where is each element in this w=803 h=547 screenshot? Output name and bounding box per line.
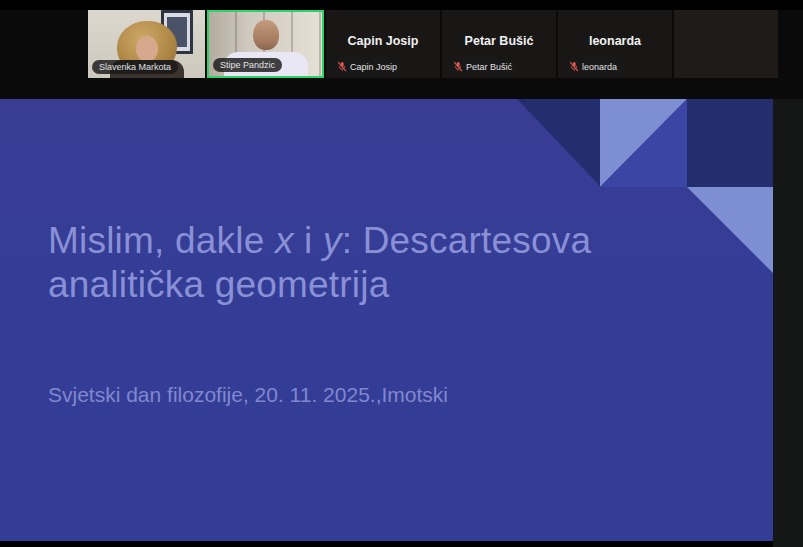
variable-y: y bbox=[323, 220, 342, 261]
participant-tile-leonarda[interactable]: leonarda leonarda bbox=[558, 10, 672, 78]
participant-tile-partial[interactable] bbox=[674, 10, 778, 78]
participant-tile-capin[interactable]: Capin Josip Capin Josip bbox=[326, 10, 440, 78]
participant-tile-petar[interactable]: Petar Bušić Petar Bušić bbox=[442, 10, 556, 78]
participant-name: leonarda bbox=[582, 62, 617, 72]
muted-mic-icon bbox=[569, 61, 579, 72]
nameplate: Capin Josip bbox=[330, 59, 404, 74]
slide-subtitle: Svjetski dan filozofije, 20. 11. 2025.,I… bbox=[48, 382, 448, 408]
participant-name-large: Capin Josip bbox=[326, 34, 440, 48]
participant-tile-slavenka[interactable]: Slavenka Markota bbox=[88, 10, 205, 78]
right-gutter bbox=[773, 99, 803, 547]
person-face bbox=[136, 36, 158, 62]
variable-x: x bbox=[275, 220, 294, 261]
muted-mic-icon bbox=[453, 61, 463, 72]
muted-mic-icon bbox=[337, 61, 347, 72]
shared-screen-slide: Mislim, dakle x i y: Descartesova analit… bbox=[0, 99, 773, 541]
slide-title: Mislim, dakle x i y: Descartesova analit… bbox=[48, 219, 708, 307]
nameplate: Slavenka Markota bbox=[92, 60, 178, 74]
window-top-edge bbox=[0, 0, 803, 10]
nameplate: Petar Bušić bbox=[446, 59, 519, 74]
participant-name: Stipe Pandzic bbox=[220, 60, 275, 70]
person-face bbox=[253, 20, 279, 50]
participant-name: Petar Bušić bbox=[466, 62, 512, 72]
nameplate: leonarda bbox=[562, 59, 624, 74]
conference-window: Slavenka Markota Stipe Pandzic Capin Jos… bbox=[0, 0, 803, 547]
participant-name: Capin Josip bbox=[350, 62, 397, 72]
participant-name-large: Petar Bušić bbox=[442, 34, 556, 48]
participant-filmstrip: Slavenka Markota Stipe Pandzic Capin Jos… bbox=[0, 0, 803, 99]
slide-title-line2: analitička geometrija bbox=[48, 264, 389, 305]
participant-name-large: leonarda bbox=[558, 34, 672, 48]
participant-name: Slavenka Markota bbox=[99, 62, 171, 72]
participant-tile-stipe[interactable]: Stipe Pandzic bbox=[207, 10, 324, 78]
nameplate: Stipe Pandzic bbox=[213, 58, 282, 72]
